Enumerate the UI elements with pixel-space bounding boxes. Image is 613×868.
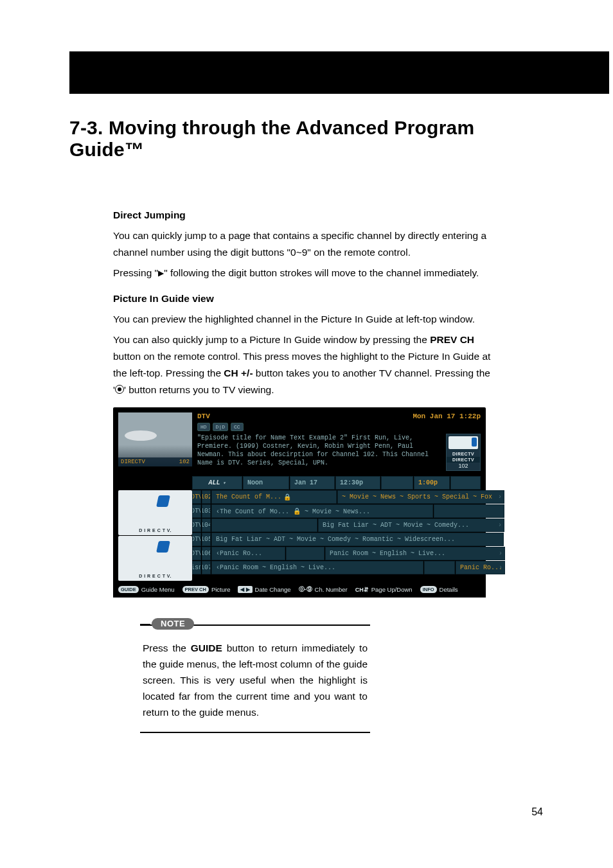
guide-description: "Episode title for Name Text Example 2" … [197,434,442,467]
note-box: NOTE Press the GUIDE button to return im… [140,624,370,733]
guide-screenshot: DIRECTV 102 DTV Mon Jan 17 1:22p HDD|DCC… [113,407,486,598]
channel-number[interactable]: 105 [202,533,211,546]
channel-callsign[interactable]: Disne [192,561,201,574]
program-cell[interactable]: Panic Room ~ English ~ Live...› [325,547,505,560]
footer-hint: ◀ ▶Date Change [238,586,290,593]
program-cell[interactable] [424,561,455,574]
footer-hint: INFODetails [420,586,458,593]
page-number: 54 [531,806,543,818]
channel-number[interactable]: 103 [202,504,211,518]
program-cell[interactable]: Panic Ro...› [456,561,505,574]
channel-number[interactable]: 104 [202,518,211,532]
program-cell[interactable]: Big Fat Liar ~ ADT ~ Movie ~ Comedy...› [318,518,504,532]
channel-callsign[interactable]: DTV [192,504,201,518]
pig-label-name: DIRECTV [121,459,145,465]
direct-jumping-heading: Direct Jumping [113,207,495,224]
note-label: NOTE [152,618,194,630]
time-header: 12:30p [335,476,380,490]
pig-p1: You can preview the highlighted channel … [113,311,495,328]
channel-callsign[interactable]: DTV [192,547,201,560]
footer-hint: ⓪-⑨ Ch. Number [299,585,348,594]
channel-callsign[interactable]: DTV [192,533,201,546]
program-cell[interactable]: ‹Panic Ro... [211,547,285,560]
pig-label-num: 102 [179,459,190,465]
time-header: 1:00p [414,476,450,490]
guide-datetime: Mon Jan 17 1:22p [413,412,481,420]
program-cell[interactable] [434,504,504,518]
guide-footer: GUIDEGuide MenuPREV CHPicture◀ ▶Date Cha… [113,583,486,598]
program-cell[interactable]: ‹The Count of Mo... 🔒 ~ Movie ~ News... [211,504,433,518]
channel-number[interactable]: 106 [202,547,211,560]
program-cell[interactable]: Big Fat Liar ~ ADT ~ Movie ~ Comedy ~ Ro… [211,533,504,546]
program-cell[interactable]: ‹Panic Room ~ English ~ Live... [211,561,423,574]
channel-callsign[interactable]: DTV [192,518,201,532]
footer-hint: CH⇵ Page Up/Down [355,586,413,593]
pig-heading: Picture In Guide view [113,290,495,307]
direct-jumping-p1: You can quickly jump to a page that cont… [113,227,495,261]
record-dot-icon [115,385,124,394]
time-header: Jan 17 [290,476,335,490]
note-text: Press the GUIDE button to return immedia… [143,640,368,720]
guide-channel-name: DTV [197,412,210,420]
program-cell[interactable]: The Count of M... 🔒 [211,490,337,504]
time-header [450,476,481,490]
channel-logo-thumb: D I R E C T V. [118,536,192,581]
program-cell[interactable] [286,547,324,560]
program-cell[interactable] [211,518,317,532]
time-header: Noon [243,476,289,490]
filter-all[interactable]: ALL▾ [192,476,242,490]
channel-logo-thumb: D I R E C T V. [118,490,192,535]
picture-in-guide-window[interactable]: DIRECTV 102 [118,412,192,466]
program-cell[interactable]: ~ Movie ~ News ~ Sports ~ Special ~ Fox› [337,490,504,504]
direct-jumping-p2: Pressing "▶" following the digit button … [113,265,495,281]
guide-channel-logo: DIRECTV DIRECTV 102 [446,434,481,471]
channel-callsign[interactable]: DTV [192,490,201,504]
pig-p2: You can also quickly jump to a Picture I… [113,332,495,398]
channel-number[interactable]: 107 [202,561,211,574]
footer-hint: GUIDEGuide Menu [118,586,175,593]
section-title: 7-3. Moving through the Advanced Program… [69,117,519,161]
time-header [381,476,413,490]
header-black-band [69,51,609,94]
play-icon: ▶ [158,265,164,281]
footer-hint: PREV CHPicture [182,586,231,593]
guide-badges: HDD|DCC [197,423,481,431]
channel-number[interactable]: 102 [202,490,211,504]
